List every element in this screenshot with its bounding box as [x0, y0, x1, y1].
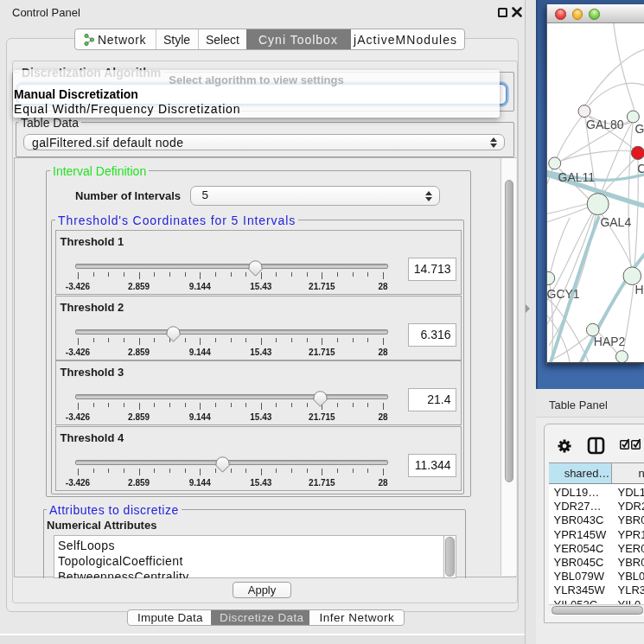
svg-text:HAP2: HAP2 [594, 335, 626, 348]
svg-text:GCY1: GCY1 [547, 287, 580, 301]
svg-text:GAL80: GAL80 [586, 118, 624, 131]
svg-text:GA: GA [635, 122, 644, 136]
svg-text:GAL4: GAL4 [600, 215, 631, 229]
svg-text:C: C [637, 162, 644, 175]
svg-text:GAL11: GAL11 [558, 170, 596, 184]
svg-text:H: H [635, 283, 644, 296]
